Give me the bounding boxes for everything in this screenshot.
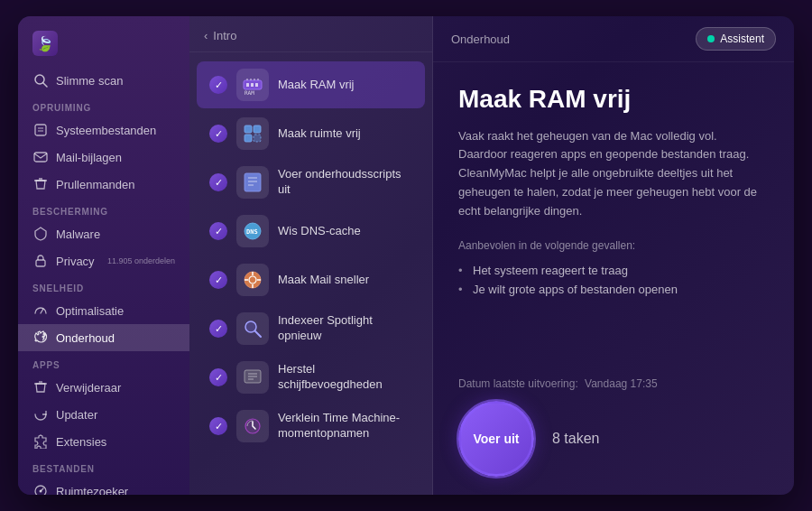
task-item-maak-ruimte-vrij[interactable]: ✓ Maak ruimte vrij [197,110,425,157]
task-item-time-machine[interactable]: ✓ Verklein Time Machine-momentopnamen [197,403,425,450]
task-check: ✓ [209,173,227,191]
task-label: Maak RAM vrij [278,78,355,93]
task-check: ✓ [209,417,227,435]
svg-rect-34 [245,135,252,142]
sidebar-top: 🍃 [18,31,189,67]
run-button-label: Voer uit [473,432,519,446]
sidebar-item-label: Systeembestanden [56,124,156,137]
sidebar-item-updater[interactable]: Updater [18,401,189,428]
speed-icon [32,302,49,319]
task-label: Indexeer Spotlight opnieuw [278,313,412,344]
task-icon-schijf [236,361,269,394]
task-check: ✓ [209,320,227,338]
task-icon-spotlight [236,312,269,345]
svg-line-49 [255,331,261,337]
sidebar-item-prullenmanden[interactable]: Prullenmanden [18,171,189,198]
main-window: 🍃 Slimme scan Opruiming S [18,16,794,495]
sidebar-item-label: Onderhoud [56,331,115,345]
trash-icon [32,176,49,192]
run-button[interactable]: Voer uit [458,401,534,477]
sidebar-item-label: Ruimtezoeker [56,485,128,496]
sidebar-item-ruimtezoeker[interactable]: Ruimtezoeker [18,478,189,495]
task-item-maak-ram-vrij[interactable]: ✓ RAM Maak RAM vrij [197,61,425,108]
svg-rect-36 [245,173,261,191]
task-item-dns[interactable]: ✓ DNS Wis DNS-cache [197,208,425,255]
right-footer: Datum laatste uitvoering: Vandaag 17:35 … [433,367,794,495]
update-icon [32,406,49,423]
assistant-button[interactable]: Assistent [696,27,776,51]
footer-actions: Voer uit 8 taken [458,401,769,477]
mail-icon [32,149,49,165]
sidebar-item-malware[interactable]: Malware [18,220,189,247]
section-apps: Apps [18,351,189,374]
sidebar-item-verwijderaar[interactable]: Verwijderaar [18,374,189,401]
task-check: ✓ [209,368,227,386]
section-opruiming: Opruiming [18,94,189,116]
section-bestanden: Bestanden [18,455,189,478]
last-run-value: Vandaag 17:35 [585,377,658,390]
task-label: Wis DNS-cache [278,224,361,239]
svg-text:RAM: RAM [245,89,254,96]
sidebar-item-label: Privacy [56,255,95,268]
task-icon-time-machine [236,410,269,442]
privacy-badge: 11.905 onderdelen [107,256,175,265]
bullet-item-1: Het systeem reageert te traag [458,261,769,280]
task-label: Voer onderhoudsscripts uit [278,167,412,198]
task-label: Herstel schijfbevoegdheden [278,362,412,393]
svg-rect-8 [36,260,45,266]
svg-line-9 [41,309,43,313]
maintenance-icon [32,330,49,346]
scan-icon [32,72,49,88]
sidebar-item-extensies[interactable]: Extensies [18,428,189,455]
recommended-label: Aanbevolen in de volgende gevallen: [458,239,769,252]
assistant-label: Assistent [720,33,764,45]
svg-rect-25 [251,83,254,87]
task-item-schijf[interactable]: ✓ Herstel schijfbevoegdheden [197,354,425,401]
svg-rect-32 [245,125,252,133]
svg-rect-35 [254,135,261,142]
back-button[interactable]: ‹ [204,29,208,42]
right-content: Maak RAM vrij Vaak raakt het geheugen va… [433,62,794,367]
assistant-status-dot [707,35,715,42]
sidebar-item-mail-bijlagen[interactable]: Mail-bijlagen [18,144,189,171]
task-check: ✓ [209,76,227,94]
sidebar-item-systeembestanden[interactable]: Systeembestanden [18,116,189,144]
task-item-spotlight[interactable]: ✓ Indexeer Spotlight opnieuw [197,305,425,352]
task-icon-ram: RAM [236,69,269,101]
svg-line-1 [43,83,47,87]
task-item-mail[interactable]: ✓ Maak Mail sneller [197,256,425,303]
last-run-info: Datum laatste uitvoering: Vandaag 17:35 [458,377,769,390]
section-bescherming: Bescherming [18,198,189,220]
svg-rect-24 [246,83,249,87]
sidebar-item-optimalisatie[interactable]: Optimalisatie [18,297,189,324]
space-finder-icon [32,483,49,495]
task-icon-mail [236,264,269,296]
svg-rect-5 [34,153,47,162]
task-check: ✓ [209,125,227,143]
sidebar-item-privacy[interactable]: Privacy 11.905 onderdelen [18,247,189,274]
right-header-title: Onderhoud [451,33,510,46]
malware-icon [32,226,49,242]
task-item-scripts[interactable]: ✓ Voer onderhoudsscripts uit [197,159,425,206]
bullet-list: Het systeem reageert te traag Je wilt gr… [458,261,769,299]
svg-point-48 [245,321,256,332]
privacy-icon [32,253,49,269]
svg-point-13 [40,490,42,493]
extension-icon [32,433,49,450]
middle-header-title: Intro [213,29,236,42]
section-snelheid: Snelheid [18,274,189,297]
sidebar-item-label: Malware [56,228,100,241]
sidebar-item-onderhoud[interactable]: Onderhoud [18,324,189,351]
content-desc: Vaak raakt het geheugen van de Mac volle… [458,127,769,221]
sidebar-item-slimme-scan[interactable]: Slimme scan [18,67,189,94]
sidebar: 🍃 Slimme scan Opruiming S [18,16,189,495]
task-icon-scripts [236,166,269,199]
sidebar-item-label: Mail-bijlagen [56,151,122,164]
svg-text:DNS: DNS [246,228,258,236]
sidebar-item-label: Verwijderaar [56,381,121,395]
bullet-item-2: Je wilt grote apps of bestanden openen [458,280,769,299]
task-check: ✓ [209,222,227,240]
task-icon-dns: DNS [236,215,269,247]
right-header: Onderhoud Assistent [433,16,794,62]
task-icon-ruimte [236,117,269,150]
